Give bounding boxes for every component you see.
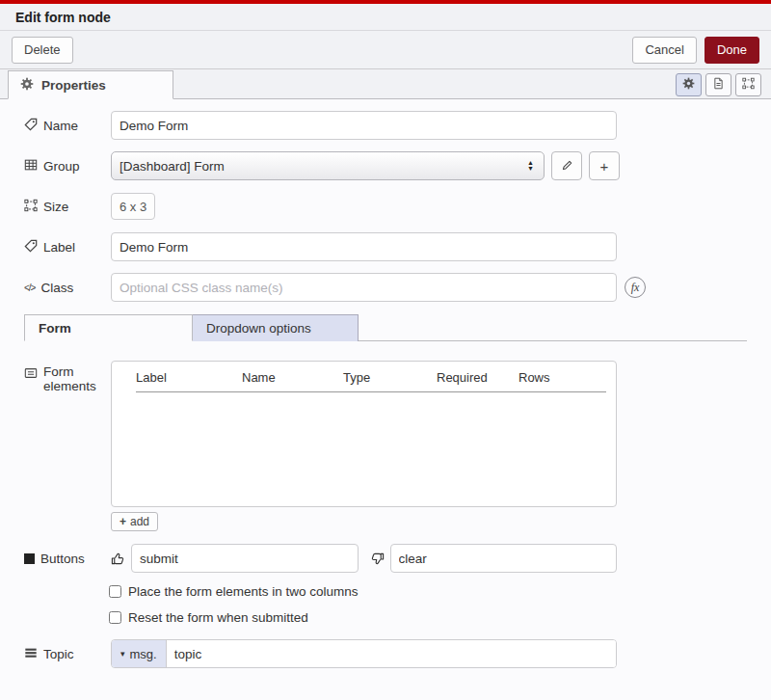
code-icon: </> [24,283,35,293]
column-type: Type [343,370,437,385]
tasks-icon [24,646,38,662]
object-group-icon [742,76,755,94]
tag-icon [24,239,38,256]
list-alt-icon [24,366,38,383]
buttons-controls [111,544,617,573]
object-group-icon [24,199,38,215]
edit-group-button[interactable] [551,151,582,180]
thumbs-down-icon [370,552,385,566]
column-rows: Rows [518,370,606,385]
tab-properties-label: Properties [41,78,106,93]
appearance-tab-button[interactable] [735,73,761,96]
name-row: Name [24,111,756,140]
fx-icon: fx [631,281,640,295]
reset-form-checkbox-label: Reset the form when submitted [128,610,308,625]
topic-input[interactable] [167,640,616,667]
plus-icon: + [600,158,609,175]
group-row: Group [Dashboard] Form ▲▼ + [24,151,756,180]
topic-typed-input: ▾ msg. [111,639,617,668]
group-label: Group [24,158,111,175]
submit-button-input[interactable] [131,544,359,573]
buttons-row: Buttons [24,544,756,573]
cancel-button[interactable]: Cancel [632,37,696,64]
add-element-button[interactable]: + add [111,512,158,531]
add-group-button[interactable]: + [589,151,620,180]
topic-type-select[interactable]: ▾ msg. [112,640,167,667]
size-button[interactable]: 6 x 3 [111,193,155,220]
gear-icon [682,76,695,94]
clear-button-input[interactable] [390,544,618,573]
column-name: Name [242,370,343,385]
fx-expression-button[interactable]: fx [625,277,646,298]
label-input[interactable] [111,232,617,261]
tab-properties[interactable]: Properties [8,70,173,99]
group-selected-value: [Dashboard] Form [120,159,527,174]
reset-form-checkbox-row: Reset the form when submitted [109,610,756,625]
pencil-icon [561,158,573,175]
done-button[interactable]: Done [705,37,759,64]
dialog-title: Edit form node [15,10,111,25]
tag-icon [24,118,38,134]
description-tab-button[interactable] [705,73,731,96]
delete-button[interactable]: Delete [12,37,73,64]
plus-icon: + [120,515,126,528]
table-icon [24,158,38,175]
dialog-header: Edit form node [0,4,771,31]
editor-tab-icon-group [676,73,761,96]
document-icon [712,76,725,94]
properties-panel: Name Group [Dashboard] Form ▲▼ [0,99,771,700]
topic-row: Topic ▾ msg. [24,639,756,668]
reset-form-checkbox[interactable] [109,611,121,624]
buttons-label: Buttons [24,552,111,566]
square-icon [24,553,35,564]
two-columns-checkbox[interactable] [109,585,121,598]
caret-down-icon: ▾ [120,649,125,659]
properties-tab-button[interactable] [676,73,702,96]
name-input[interactable] [111,111,617,140]
two-columns-checkbox-row: Place the form elements in two columns [109,584,756,599]
class-row: </> Class fx [24,273,756,302]
size-row: Size 6 x 3 [24,192,756,221]
column-label: Label [136,370,242,385]
dialog-toolbar: Delete Cancel Done [0,31,771,69]
size-label: Size [24,199,111,215]
label-label: Label [24,239,111,256]
label-row: Label [24,232,756,261]
form-elements-header: Label Name Type Required Rows [136,370,606,392]
name-label: Name [24,118,111,134]
gear-icon [20,77,34,94]
class-label: </> Class [24,281,111,295]
tab-dropdown-options[interactable]: Dropdown options [193,314,359,341]
form-elements-list: Label Name Type Required Rows [111,361,617,507]
form-section-tabs: Form Dropdown options [24,313,747,341]
form-elements-label: Form elements [24,364,111,393]
topic-type-label: msg. [130,647,157,661]
two-columns-checkbox-label: Place the form elements in two columns [128,584,359,599]
class-input[interactable] [111,273,617,302]
editor-tabbar: Properties [0,69,771,99]
column-required: Required [437,370,518,385]
tab-form[interactable]: Form [24,314,193,341]
group-select[interactable]: [Dashboard] Form ▲▼ [111,151,545,180]
form-elements-row: Form elements Label Name Type Required R… [24,361,756,531]
topic-label: Topic [24,646,111,662]
thumbs-up-icon [111,552,125,566]
select-stepper-icon: ▲▼ [527,160,534,172]
